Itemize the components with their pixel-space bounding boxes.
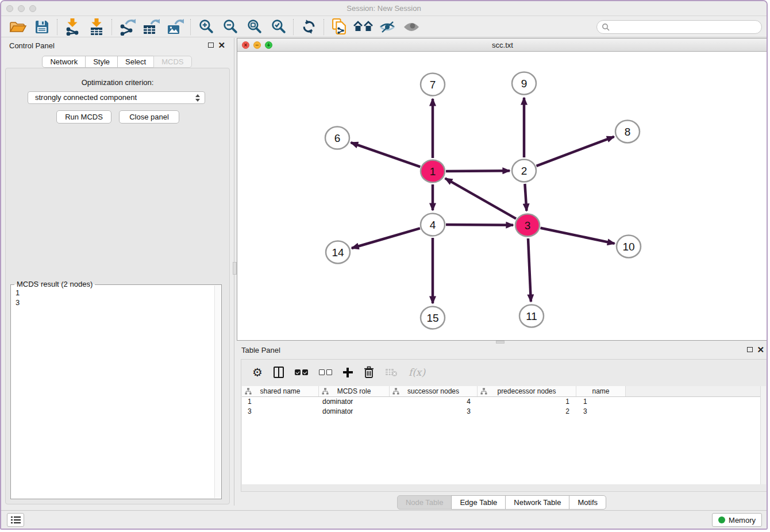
export-image-button[interactable]: [163, 18, 187, 36]
table-row[interactable]: 1 dominator 4 1 1: [242, 397, 766, 407]
hierarchy-icon: [392, 388, 399, 396]
zoom-selected-button[interactable]: [266, 18, 290, 36]
control-panel: Control Panel ✕ Network Style Select MCD…: [2, 38, 232, 506]
cell-shared-name[interactable]: 3: [242, 407, 319, 417]
main-toolbar: [1, 17, 767, 37]
tab-node-table[interactable]: Node Table: [397, 495, 452, 510]
tab-select[interactable]: Select: [117, 56, 154, 68]
export-table-button[interactable]: [139, 18, 163, 36]
tab-edge-table[interactable]: Edge Table: [451, 495, 506, 510]
search-icon: [602, 23, 610, 31]
refresh-layout-button[interactable]: [297, 18, 321, 36]
tab-motifs[interactable]: Motifs: [569, 495, 606, 510]
column-header-name[interactable]: name: [576, 386, 626, 396]
toolbar-separator: [111, 19, 112, 35]
function-builder-button[interactable]: f(x): [409, 367, 425, 378]
tab-mcds[interactable]: MCDS: [153, 56, 191, 68]
graph-edge-3-10[interactable]: [541, 228, 615, 244]
float-panel-icon[interactable]: [208, 43, 214, 48]
cell-shared-name[interactable]: 1: [242, 397, 319, 407]
network-graph: 7968124314101511: [237, 52, 768, 340]
search-input[interactable]: [613, 22, 757, 32]
delete-table-icon: [385, 368, 398, 377]
tab-network-table[interactable]: Network Table: [505, 495, 569, 510]
hide-selected-button[interactable]: [375, 18, 399, 36]
graph-edge-1-6[interactable]: [351, 142, 421, 167]
show-all-button[interactable]: [399, 18, 424, 36]
zoom-out-button[interactable]: [218, 18, 242, 36]
zoom-in-button[interactable]: [194, 18, 218, 36]
graph-edge-1-2[interactable]: [446, 171, 510, 171]
graph-edge-2-8[interactable]: [537, 137, 614, 166]
add-column-button[interactable]: [343, 368, 353, 377]
cell-name[interactable]: 1: [576, 397, 626, 407]
network-canvas[interactable]: 7968124314101511: [237, 52, 768, 340]
first-neighbors-button[interactable]: [351, 18, 375, 36]
cell-name[interactable]: 3: [576, 407, 626, 417]
graph-edge-2-3[interactable]: [525, 184, 526, 211]
table-scrollbar[interactable]: [760, 386, 766, 484]
duplicate-network-button[interactable]: [327, 18, 351, 36]
unselect-all-columns-button[interactable]: [319, 369, 332, 375]
float-table-panel-icon[interactable]: [747, 347, 753, 352]
delete-columns-button[interactable]: [364, 366, 374, 379]
column-header-predecessor-nodes[interactable]: predecessor nodes: [478, 386, 576, 396]
select-stepper-icon: [195, 94, 201, 102]
cell-successor-nodes[interactable]: 4: [390, 397, 478, 407]
run-mcds-button[interactable]: Run MCDS: [56, 110, 111, 124]
result-scrollbar[interactable]: [214, 286, 221, 498]
show-columns-button[interactable]: [274, 367, 284, 378]
graph-edge-4-3[interactable]: [446, 225, 513, 225]
export-table-icon: [142, 18, 160, 36]
graph-edge-4-14[interactable]: [352, 228, 420, 248]
graph-node-label: 7: [430, 79, 436, 91]
graph-node-label: 14: [332, 246, 344, 259]
eye-slash-icon: [379, 20, 395, 34]
close-panel-icon[interactable]: ✕: [218, 40, 225, 51]
zoom-fit-button[interactable]: [242, 18, 266, 36]
table-options-button[interactable]: ⚙: [252, 367, 263, 378]
graph-edge-3-11[interactable]: [528, 238, 531, 302]
node-table: shared name MCDS role successor nodes: [242, 386, 766, 484]
table-panel-header: Table Panel ✕: [234, 343, 768, 358]
column-header-shared-name[interactable]: shared name: [242, 386, 319, 396]
cell-mcds-role[interactable]: dominator: [319, 407, 390, 417]
zoom-fit-icon: [247, 19, 262, 34]
select-all-columns-button[interactable]: [295, 369, 308, 375]
import-table-button[interactable]: [84, 18, 109, 36]
criterion-select[interactable]: strongly connected component: [28, 91, 205, 104]
graph-edge-3-1[interactable]: [445, 178, 516, 218]
memory-button[interactable]: Memory: [712, 513, 762, 527]
houses-icon: [353, 20, 373, 34]
cell-successor-nodes[interactable]: 3: [390, 407, 478, 417]
cell-predecessor-nodes[interactable]: 2: [478, 407, 576, 417]
import-network-button[interactable]: [60, 18, 84, 36]
close-table-panel-icon[interactable]: ✕: [757, 345, 764, 355]
graph-node-label: 1: [430, 165, 436, 178]
unchecked-box-icon: [319, 369, 325, 375]
cell-mcds-role[interactable]: dominator: [319, 397, 390, 407]
list-icon: [11, 516, 24, 518]
graph-node-label: 4: [430, 219, 436, 231]
cell-predecessor-nodes[interactable]: 1: [478, 397, 576, 407]
memory-status-icon: [718, 516, 725, 523]
column-label: predecessor nodes: [497, 387, 556, 395]
close-panel-button[interactable]: Close panel: [119, 110, 179, 124]
tab-network[interactable]: Network: [42, 56, 86, 68]
search-box[interactable]: [596, 20, 762, 34]
column-header-successor-nodes[interactable]: successor nodes: [390, 386, 478, 396]
mcds-result-box[interactable]: MCDS result (2 nodes) 1 3: [10, 284, 222, 499]
open-session-button[interactable]: [6, 18, 30, 36]
column-header-mcds-role[interactable]: MCDS role: [319, 386, 390, 396]
task-history-button[interactable]: [7, 513, 24, 527]
table-row[interactable]: 3 dominator 3 2 3: [242, 407, 766, 417]
tab-style[interactable]: Style: [85, 56, 118, 68]
splitter-handle[interactable]: [233, 262, 237, 275]
save-session-button[interactable]: [30, 18, 54, 36]
network-window-title: scc.txt: [237, 38, 768, 52]
delete-table-button[interactable]: [385, 368, 398, 377]
export-image-icon: [166, 18, 184, 36]
export-network-button[interactable]: [115, 18, 139, 36]
table-toolbar: ⚙: [241, 360, 767, 385]
hierarchy-icon: [322, 388, 329, 396]
